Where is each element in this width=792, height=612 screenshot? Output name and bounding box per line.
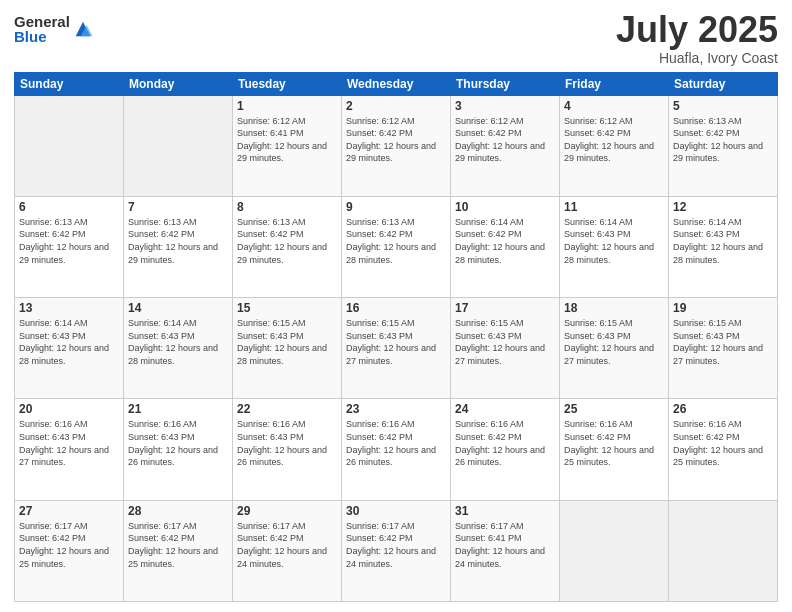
day-number: 13	[19, 301, 119, 315]
calendar-cell: 6Sunrise: 6:13 AM Sunset: 6:42 PM Daylig…	[15, 196, 124, 297]
day-info: Sunrise: 6:15 AM Sunset: 6:43 PM Dayligh…	[455, 317, 555, 367]
calendar-cell: 18Sunrise: 6:15 AM Sunset: 6:43 PM Dayli…	[560, 298, 669, 399]
day-number: 15	[237, 301, 337, 315]
logo-general: General	[14, 14, 70, 29]
calendar-week-2: 13Sunrise: 6:14 AM Sunset: 6:43 PM Dayli…	[15, 298, 778, 399]
day-info: Sunrise: 6:16 AM Sunset: 6:42 PM Dayligh…	[346, 418, 446, 468]
calendar-header-thursday: Thursday	[451, 72, 560, 95]
calendar-cell: 4Sunrise: 6:12 AM Sunset: 6:42 PM Daylig…	[560, 95, 669, 196]
day-info: Sunrise: 6:15 AM Sunset: 6:43 PM Dayligh…	[346, 317, 446, 367]
day-info: Sunrise: 6:15 AM Sunset: 6:43 PM Dayligh…	[564, 317, 664, 367]
logo-text: General Blue	[14, 14, 70, 44]
day-number: 9	[346, 200, 446, 214]
day-number: 3	[455, 99, 555, 113]
calendar-cell: 10Sunrise: 6:14 AM Sunset: 6:42 PM Dayli…	[451, 196, 560, 297]
day-info: Sunrise: 6:17 AM Sunset: 6:42 PM Dayligh…	[237, 520, 337, 570]
calendar-cell: 16Sunrise: 6:15 AM Sunset: 6:43 PM Dayli…	[342, 298, 451, 399]
day-number: 22	[237, 402, 337, 416]
calendar-cell: 8Sunrise: 6:13 AM Sunset: 6:42 PM Daylig…	[233, 196, 342, 297]
day-info: Sunrise: 6:15 AM Sunset: 6:43 PM Dayligh…	[237, 317, 337, 367]
calendar-header-monday: Monday	[124, 72, 233, 95]
calendar-table: SundayMondayTuesdayWednesdayThursdayFrid…	[14, 72, 778, 602]
day-number: 27	[19, 504, 119, 518]
day-number: 7	[128, 200, 228, 214]
day-info: Sunrise: 6:12 AM Sunset: 6:41 PM Dayligh…	[237, 115, 337, 165]
calendar-cell: 26Sunrise: 6:16 AM Sunset: 6:42 PM Dayli…	[669, 399, 778, 500]
day-info: Sunrise: 6:17 AM Sunset: 6:41 PM Dayligh…	[455, 520, 555, 570]
day-info: Sunrise: 6:14 AM Sunset: 6:43 PM Dayligh…	[128, 317, 228, 367]
day-info: Sunrise: 6:13 AM Sunset: 6:42 PM Dayligh…	[237, 216, 337, 266]
day-info: Sunrise: 6:14 AM Sunset: 6:43 PM Dayligh…	[19, 317, 119, 367]
day-info: Sunrise: 6:16 AM Sunset: 6:42 PM Dayligh…	[564, 418, 664, 468]
day-number: 12	[673, 200, 773, 214]
day-number: 8	[237, 200, 337, 214]
month-title: July 2025	[616, 10, 778, 50]
day-number: 26	[673, 402, 773, 416]
calendar-cell: 14Sunrise: 6:14 AM Sunset: 6:43 PM Dayli…	[124, 298, 233, 399]
header: General Blue July 2025 Huafla, Ivory Coa…	[14, 10, 778, 66]
day-info: Sunrise: 6:14 AM Sunset: 6:43 PM Dayligh…	[673, 216, 773, 266]
calendar-cell: 9Sunrise: 6:13 AM Sunset: 6:42 PM Daylig…	[342, 196, 451, 297]
day-info: Sunrise: 6:12 AM Sunset: 6:42 PM Dayligh…	[346, 115, 446, 165]
day-info: Sunrise: 6:13 AM Sunset: 6:42 PM Dayligh…	[346, 216, 446, 266]
day-number: 11	[564, 200, 664, 214]
calendar-cell: 5Sunrise: 6:13 AM Sunset: 6:42 PM Daylig…	[669, 95, 778, 196]
calendar-week-0: 1Sunrise: 6:12 AM Sunset: 6:41 PM Daylig…	[15, 95, 778, 196]
day-info: Sunrise: 6:16 AM Sunset: 6:43 PM Dayligh…	[237, 418, 337, 468]
day-number: 1	[237, 99, 337, 113]
calendar-week-3: 20Sunrise: 6:16 AM Sunset: 6:43 PM Dayli…	[15, 399, 778, 500]
calendar-cell: 3Sunrise: 6:12 AM Sunset: 6:42 PM Daylig…	[451, 95, 560, 196]
day-info: Sunrise: 6:12 AM Sunset: 6:42 PM Dayligh…	[455, 115, 555, 165]
day-number: 20	[19, 402, 119, 416]
day-number: 17	[455, 301, 555, 315]
day-info: Sunrise: 6:17 AM Sunset: 6:42 PM Dayligh…	[128, 520, 228, 570]
day-number: 16	[346, 301, 446, 315]
calendar-cell	[560, 500, 669, 601]
day-number: 30	[346, 504, 446, 518]
day-number: 6	[19, 200, 119, 214]
calendar-cell: 31Sunrise: 6:17 AM Sunset: 6:41 PM Dayli…	[451, 500, 560, 601]
calendar-cell: 11Sunrise: 6:14 AM Sunset: 6:43 PM Dayli…	[560, 196, 669, 297]
calendar-cell: 21Sunrise: 6:16 AM Sunset: 6:43 PM Dayli…	[124, 399, 233, 500]
calendar-cell: 24Sunrise: 6:16 AM Sunset: 6:42 PM Dayli…	[451, 399, 560, 500]
calendar-header-wednesday: Wednesday	[342, 72, 451, 95]
day-info: Sunrise: 6:16 AM Sunset: 6:43 PM Dayligh…	[19, 418, 119, 468]
calendar-cell: 30Sunrise: 6:17 AM Sunset: 6:42 PM Dayli…	[342, 500, 451, 601]
calendar-header-friday: Friday	[560, 72, 669, 95]
day-number: 21	[128, 402, 228, 416]
day-info: Sunrise: 6:16 AM Sunset: 6:42 PM Dayligh…	[455, 418, 555, 468]
day-number: 5	[673, 99, 773, 113]
calendar-cell: 13Sunrise: 6:14 AM Sunset: 6:43 PM Dayli…	[15, 298, 124, 399]
day-number: 2	[346, 99, 446, 113]
calendar-cell: 15Sunrise: 6:15 AM Sunset: 6:43 PM Dayli…	[233, 298, 342, 399]
day-info: Sunrise: 6:13 AM Sunset: 6:42 PM Dayligh…	[673, 115, 773, 165]
calendar-week-4: 27Sunrise: 6:17 AM Sunset: 6:42 PM Dayli…	[15, 500, 778, 601]
calendar-cell: 2Sunrise: 6:12 AM Sunset: 6:42 PM Daylig…	[342, 95, 451, 196]
calendar-header-row: SundayMondayTuesdayWednesdayThursdayFrid…	[15, 72, 778, 95]
day-number: 29	[237, 504, 337, 518]
calendar-cell: 19Sunrise: 6:15 AM Sunset: 6:43 PM Dayli…	[669, 298, 778, 399]
day-info: Sunrise: 6:17 AM Sunset: 6:42 PM Dayligh…	[19, 520, 119, 570]
day-info: Sunrise: 6:12 AM Sunset: 6:42 PM Dayligh…	[564, 115, 664, 165]
day-number: 25	[564, 402, 664, 416]
day-number: 19	[673, 301, 773, 315]
calendar-header-tuesday: Tuesday	[233, 72, 342, 95]
calendar-week-1: 6Sunrise: 6:13 AM Sunset: 6:42 PM Daylig…	[15, 196, 778, 297]
calendar-cell: 17Sunrise: 6:15 AM Sunset: 6:43 PM Dayli…	[451, 298, 560, 399]
logo-blue: Blue	[14, 29, 70, 44]
calendar-header-sunday: Sunday	[15, 72, 124, 95]
calendar-cell: 12Sunrise: 6:14 AM Sunset: 6:43 PM Dayli…	[669, 196, 778, 297]
day-info: Sunrise: 6:16 AM Sunset: 6:43 PM Dayligh…	[128, 418, 228, 468]
calendar-cell	[15, 95, 124, 196]
calendar-cell	[669, 500, 778, 601]
day-number: 10	[455, 200, 555, 214]
day-number: 14	[128, 301, 228, 315]
day-info: Sunrise: 6:16 AM Sunset: 6:42 PM Dayligh…	[673, 418, 773, 468]
calendar-cell	[124, 95, 233, 196]
calendar-body: 1Sunrise: 6:12 AM Sunset: 6:41 PM Daylig…	[15, 95, 778, 601]
day-info: Sunrise: 6:14 AM Sunset: 6:43 PM Dayligh…	[564, 216, 664, 266]
calendar-cell: 23Sunrise: 6:16 AM Sunset: 6:42 PM Dayli…	[342, 399, 451, 500]
day-number: 18	[564, 301, 664, 315]
calendar-cell: 7Sunrise: 6:13 AM Sunset: 6:42 PM Daylig…	[124, 196, 233, 297]
day-info: Sunrise: 6:13 AM Sunset: 6:42 PM Dayligh…	[19, 216, 119, 266]
